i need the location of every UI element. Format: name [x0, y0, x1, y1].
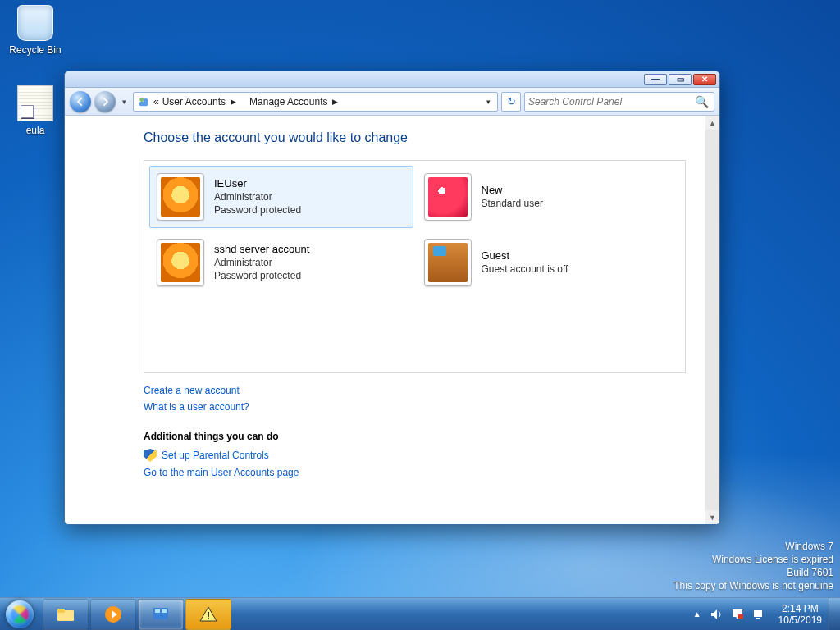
account-role: Guest account is off — [482, 262, 568, 276]
refresh-button[interactable]: ↻ — [501, 92, 521, 112]
account-role: Administrator — [214, 190, 301, 203]
taskbar-control-panel[interactable] — [138, 599, 184, 630]
search-icon[interactable]: 🔍 — [693, 95, 710, 108]
account-role: Administrator — [214, 256, 309, 269]
minimize-button[interactable]: — — [644, 74, 667, 85]
forward-button[interactable] — [94, 91, 116, 112]
media-player-icon — [103, 605, 123, 624]
avatar-frame — [424, 173, 472, 221]
avatar-frame — [424, 239, 472, 286]
search-input[interactable] — [528, 96, 693, 107]
account-name: Guest — [482, 249, 568, 262]
desktop-icon-eula[interactable]: eula — [5, 85, 66, 136]
vertical-scrollbar[interactable]: ▲ ▼ — [705, 116, 719, 524]
account-item-sshd[interactable]: sshd server account Administrator Passwo… — [149, 231, 413, 294]
account-role: Standard user — [482, 197, 543, 210]
account-name: sshd server account — [214, 243, 309, 256]
activation-watermark: Windows 7 Windows License is expired Bui… — [673, 540, 833, 592]
history-dropdown[interactable]: ▾ — [119, 98, 130, 106]
recycle-bin-label: Recycle Bin — [5, 44, 66, 56]
avatar-icon — [428, 177, 468, 217]
control-panel-window: — ▭ ✕ ▾ « User Accounts ▶ Manage Account… — [64, 71, 720, 525]
recycle-bin-icon — [17, 5, 53, 41]
additional-heading: Additional things you can do — [144, 431, 686, 442]
avatar-frame — [157, 239, 204, 286]
content-pane: Choose the account you would like to cha… — [65, 116, 705, 524]
close-button[interactable]: ✕ — [693, 74, 716, 85]
svg-rect-16 — [754, 610, 762, 617]
chevron-right-icon[interactable]: ▶ — [231, 98, 236, 106]
eula-label: eula — [5, 125, 66, 136]
address-bar[interactable]: « User Accounts ▶ Manage Accounts ▶ ▾ — [133, 92, 498, 112]
navigation-toolbar: ▾ « User Accounts ▶ Manage Accounts ▶ ▾ … — [65, 88, 719, 116]
account-item-ieuser[interactable]: IEUser Administrator Password protected — [149, 166, 413, 228]
scroll-down-button[interactable]: ▼ — [705, 510, 719, 524]
taskbar-media-player[interactable] — [90, 599, 136, 630]
accounts-list: IEUser Administrator Password protected … — [144, 160, 686, 373]
account-name: IEUser — [214, 177, 301, 190]
svg-rect-17 — [756, 618, 760, 619]
link-create-account[interactable]: Create a new account — [144, 385, 686, 396]
show-hidden-icons[interactable]: ▲ — [693, 609, 701, 619]
clock-time: 2:14 PM — [778, 603, 822, 614]
svg-rect-9 — [162, 609, 167, 613]
warning-icon: ! — [199, 605, 218, 624]
uac-shield-icon — [144, 449, 157, 462]
folder-icon — [56, 605, 75, 624]
arrow-right-icon — [99, 96, 111, 107]
taskbar: ! ▲ 2:14 PM 10/5/2019 — [0, 597, 840, 630]
avatar-icon — [161, 243, 200, 282]
back-button[interactable] — [70, 91, 91, 112]
desktop-icon-recycle-bin[interactable]: Recycle Bin — [5, 5, 66, 56]
svg-rect-15 — [738, 614, 743, 619]
scroll-up-button[interactable]: ▲ — [705, 116, 719, 130]
watermark-line: This copy of Windows is not genuine — [673, 579, 833, 592]
control-panel-icon — [151, 605, 171, 624]
svg-rect-2 — [139, 102, 148, 106]
page-title: Choose the account you would like to cha… — [144, 130, 686, 145]
chevron-right-icon[interactable]: ▶ — [332, 98, 338, 106]
start-button[interactable] — [0, 598, 39, 631]
account-item-guest[interactable]: Guest Guest account is off — [417, 231, 681, 294]
show-desktop-button[interactable] — [829, 598, 840, 631]
breadcrumb-prefix: « — [153, 96, 159, 107]
account-extra: Password protected — [214, 269, 309, 282]
network-icon[interactable] — [752, 608, 765, 621]
volume-icon[interactable] — [710, 608, 723, 621]
svg-rect-4 — [57, 609, 65, 613]
refresh-icon: ↻ — [507, 95, 516, 107]
maximize-button[interactable]: ▭ — [669, 74, 692, 85]
text-file-icon — [17, 85, 53, 121]
link-main-user-accounts[interactable]: Go to the main User Accounts page — [144, 467, 686, 478]
svg-rect-8 — [155, 609, 160, 613]
link-parental-controls[interactable]: Set up Parental Controls — [162, 450, 269, 461]
breadcrumb-user-accounts[interactable]: User Accounts — [162, 96, 226, 107]
taskbar-clock[interactable]: 2:14 PM 10/5/2019 — [774, 603, 827, 626]
clock-date: 10/5/2019 — [778, 614, 822, 626]
search-box[interactable]: 🔍 — [524, 92, 714, 112]
action-center-icon[interactable] — [731, 608, 744, 621]
windows-orb-icon — [6, 600, 34, 628]
breadcrumb-manage-accounts[interactable]: Manage Accounts — [249, 96, 327, 107]
link-what-is-account[interactable]: What is a user account? — [144, 401, 686, 413]
avatar-frame — [157, 173, 204, 221]
arrow-left-icon — [75, 96, 86, 107]
svg-point-0 — [139, 97, 144, 101]
watermark-line: Windows License is expired — [673, 553, 833, 566]
account-item-new[interactable]: New Standard user — [417, 166, 681, 228]
account-name: New — [482, 184, 543, 197]
window-titlebar[interactable]: — ▭ ✕ — [65, 71, 719, 88]
avatar-icon — [428, 243, 468, 282]
svg-text:!: ! — [207, 610, 210, 622]
watermark-line: Windows 7 — [673, 540, 833, 553]
system-tray: ▲ 2:14 PM 10/5/2019 — [688, 603, 829, 626]
user-accounts-icon — [137, 95, 150, 108]
taskbar-alert[interactable]: ! — [185, 599, 231, 630]
taskbar-explorer[interactable] — [43, 599, 89, 630]
watermark-line: Build 7601 — [673, 566, 833, 579]
account-extra: Password protected — [214, 203, 301, 217]
address-dropdown[interactable]: ▾ — [483, 98, 494, 106]
avatar-icon — [161, 177, 200, 217]
svg-marker-12 — [711, 609, 717, 619]
